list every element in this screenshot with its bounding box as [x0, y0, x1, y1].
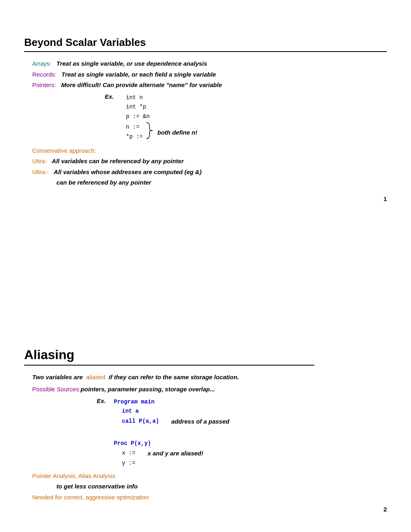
needed-text: Needed for correct, aggressive optimizat…: [32, 494, 149, 501]
curly-brace: [145, 122, 154, 143]
records-label: Records:: [32, 71, 56, 78]
intro-aliased: aliased: [86, 374, 106, 380]
ultra-text: All variables can be referenced by any p…: [52, 158, 184, 164]
y-assign: y :=: [122, 460, 136, 466]
ultra-line: Ultra: All variables can be referenced b…: [32, 157, 387, 166]
call-pa: call P(a,a): [122, 417, 159, 426]
code-line-int-p: int *p: [126, 102, 197, 112]
pointers-line: Pointers: More difficult! Can provide al…: [32, 81, 387, 90]
brace-lines: n := *p :=: [126, 123, 143, 142]
ultra-minus-text2: can be referenced by any pointer: [56, 179, 151, 186]
slide2-code: Program main int a call P(a,a) address o…: [114, 397, 230, 468]
slide2-content: Two variables are aliased if they can re…: [24, 373, 387, 502]
code-line-int-n: int n: [126, 93, 197, 103]
slide2-page-number: 2: [24, 506, 387, 513]
ultra-label: Ultra:: [32, 158, 47, 164]
ultra-minus-text: All variables whose addresses are comput…: [54, 168, 201, 175]
code-line-star-p: *p :=: [126, 132, 143, 142]
x-assign: x :=: [122, 449, 136, 458]
needed-line: Needed for correct, aggressive optimizat…: [32, 493, 387, 502]
slide-spacer: [24, 214, 387, 263]
slide1-title: Beyond Scalar Variables: [24, 36, 387, 52]
blank-line: [114, 429, 230, 439]
to-get-text: to get less conservative info: [56, 483, 138, 490]
possible-sources-text: pointers, parameter passing, storage ove…: [81, 386, 215, 393]
brace-note: both define n!: [158, 127, 197, 138]
arrays-line: Arrays: Treat as single variable, or use…: [32, 59, 387, 69]
pointer-analysis-line: Pointer Analysis, Alias Analysis: [32, 472, 387, 481]
records-line: Records: Treat as single variable, or ea…: [32, 70, 387, 79]
pointers-label: Pointers:: [32, 81, 56, 88]
conservative-label: Conservative approach:: [32, 147, 96, 154]
intro-text2: if they can refer to the same storage lo…: [109, 374, 239, 380]
pointer-analysis: Pointer Analysis, Alias Analysis: [32, 472, 115, 479]
ultra-minus-line: Ultra-: All variables whose addresses ar…: [32, 168, 387, 177]
program-main: Program main: [114, 399, 155, 405]
arrays-text: Treat as single variable, or use depende…: [56, 60, 207, 67]
possible-sources-line: Possible Sources:pointers, parameter pas…: [32, 385, 387, 394]
code-brace-group: n := *p := both define n!: [126, 122, 197, 143]
example-label: Ex.: [105, 93, 114, 143]
to-get-line: to get less conservative info: [56, 482, 387, 491]
slide2-example-block: Ex. Program main int a call P(a,a) addre…: [97, 397, 387, 468]
pointers-text: More difficult! Can provide alternate "n…: [61, 81, 222, 88]
proc-line: Proc P(x,y): [114, 439, 230, 449]
slide1-content: Arrays: Treat as single variable, or use…: [24, 59, 387, 187]
x-assign-line: x := x and y are aliased!: [114, 448, 230, 459]
code-line-p-assign: p := &n: [126, 112, 197, 122]
call-note: address of a passed: [171, 416, 229, 427]
int-a: int a: [122, 408, 139, 414]
proc-label: Proc P(x,y): [114, 440, 151, 447]
page: Beyond Scalar Variables Arrays: Treat as…: [0, 0, 411, 532]
aliased-intro: Two variables are aliased if they can re…: [32, 373, 387, 382]
y-assign-line: y :=: [114, 459, 230, 468]
call-pa-line: call P(a,a) address of a passed: [114, 416, 230, 427]
arrays-label: Arrays:: [32, 60, 52, 67]
int-a-line: int a: [122, 407, 230, 416]
slide2-title: Aliasing: [24, 347, 314, 366]
ultra-minus-line2: can be referenced by any pointer: [56, 178, 387, 187]
example-block: Ex. int n int *p p := &n n := *p :=: [105, 93, 387, 143]
records-text: Treat as single variable, or each field …: [62, 71, 216, 78]
slide-2: Aliasing Two variables are aliased if th…: [24, 343, 387, 513]
intro-text1: Two variables are: [32, 374, 83, 380]
code-lines: int n int *p p := &n n := *p :=: [126, 93, 197, 143]
conservative-line: Conservative approach:: [32, 146, 387, 156]
ultra-minus-label: Ultra-:: [32, 168, 49, 175]
code-line-n: n :=: [126, 123, 143, 132]
program-main-line: Program main: [114, 397, 230, 407]
xy-note: x and y are aliased!: [147, 448, 203, 459]
call-pa-code: call P(a,a): [122, 418, 159, 424]
slide1-page-number: 1: [24, 195, 387, 202]
slide-1: Beyond Scalar Variables Arrays: Treat as…: [24, 16, 387, 214]
slide2-example-label: Ex.: [97, 397, 106, 468]
possible-sources-label: Possible Sources:: [32, 386, 81, 393]
